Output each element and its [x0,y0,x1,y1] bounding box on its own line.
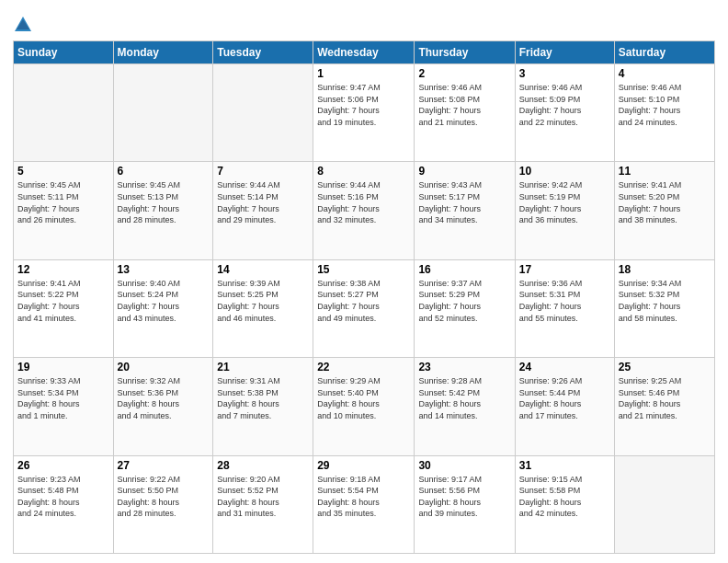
calendar-cell: 14Sunrise: 9:39 AM Sunset: 5:25 PM Dayli… [213,259,313,357]
day-info: Sunrise: 9:39 AM Sunset: 5:25 PM Dayligh… [217,278,309,324]
calendar-table: SundayMondayTuesdayWednesdayThursdayFrid… [13,40,715,554]
day-info: Sunrise: 9:17 AM Sunset: 5:56 PM Dayligh… [418,474,510,520]
calendar-cell [213,64,313,162]
calendar-cell [14,64,114,162]
day-info: Sunrise: 9:46 AM Sunset: 5:10 PM Dayligh… [619,82,711,128]
day-number: 14 [217,263,309,276]
day-info: Sunrise: 9:18 AM Sunset: 5:54 PM Dayligh… [317,474,410,520]
weekday-header-sunday: Sunday [14,41,114,64]
day-info: Sunrise: 9:41 AM Sunset: 5:22 PM Dayligh… [17,278,109,324]
calendar-cell: 21Sunrise: 9:31 AM Sunset: 5:38 PM Dayli… [213,358,313,455]
day-number: 3 [519,67,610,80]
calendar-cell: 11Sunrise: 9:41 AM Sunset: 5:20 PM Dayli… [614,162,714,259]
day-number: 15 [317,263,410,276]
day-info: Sunrise: 9:46 AM Sunset: 5:08 PM Dayligh… [418,82,510,128]
day-info: Sunrise: 9:44 AM Sunset: 5:16 PM Dayligh… [317,179,410,225]
day-info: Sunrise: 9:45 AM Sunset: 5:11 PM Dayligh… [17,179,109,225]
day-number: 8 [317,165,410,178]
calendar-cell: 8Sunrise: 9:44 AM Sunset: 5:16 PM Daylig… [313,162,415,259]
week-row-4: 19Sunrise: 9:33 AM Sunset: 5:34 PM Dayli… [14,358,715,455]
week-row-3: 12Sunrise: 9:41 AM Sunset: 5:22 PM Dayli… [14,259,715,357]
day-number: 31 [519,459,610,472]
page: SundayMondayTuesdayWednesdayThursdayFrid… [0,0,728,563]
day-number: 9 [418,165,510,178]
day-number: 29 [317,459,410,472]
day-number: 23 [418,361,510,373]
calendar-cell: 19Sunrise: 9:33 AM Sunset: 5:34 PM Dayli… [14,358,114,455]
week-row-2: 5Sunrise: 9:45 AM Sunset: 5:11 PM Daylig… [14,162,715,259]
calendar-cell: 31Sunrise: 9:15 AM Sunset: 5:58 PM Dayli… [515,455,614,553]
day-info: Sunrise: 9:41 AM Sunset: 5:20 PM Dayligh… [619,179,711,225]
day-info: Sunrise: 9:29 AM Sunset: 5:40 PM Dayligh… [317,375,410,421]
day-info: Sunrise: 9:44 AM Sunset: 5:14 PM Dayligh… [217,179,309,225]
weekday-header-tuesday: Tuesday [213,41,313,64]
calendar-cell: 24Sunrise: 9:26 AM Sunset: 5:44 PM Dayli… [515,358,614,455]
calendar-cell: 2Sunrise: 9:46 AM Sunset: 5:08 PM Daylig… [415,64,515,162]
day-number: 28 [217,459,309,472]
calendar-cell: 27Sunrise: 9:22 AM Sunset: 5:50 PM Dayli… [113,455,213,553]
day-info: Sunrise: 9:26 AM Sunset: 5:44 PM Dayligh… [519,375,610,421]
day-number: 11 [619,165,711,178]
day-number: 26 [17,459,109,472]
calendar-cell [614,455,714,553]
logo [13,13,37,35]
day-number: 13 [118,263,210,276]
day-info: Sunrise: 9:20 AM Sunset: 5:52 PM Dayligh… [217,474,309,520]
day-info: Sunrise: 9:28 AM Sunset: 5:42 PM Dayligh… [418,375,510,421]
svg-marker-1 [17,19,29,29]
calendar-cell: 17Sunrise: 9:36 AM Sunset: 5:31 PM Dayli… [515,259,614,357]
day-number: 21 [217,361,309,373]
day-info: Sunrise: 9:45 AM Sunset: 5:13 PM Dayligh… [118,179,210,225]
day-info: Sunrise: 9:38 AM Sunset: 5:27 PM Dayligh… [317,278,410,324]
day-info: Sunrise: 9:40 AM Sunset: 5:24 PM Dayligh… [118,278,210,324]
calendar-cell [113,64,213,162]
day-info: Sunrise: 9:36 AM Sunset: 5:31 PM Dayligh… [519,278,610,324]
logo-icon [13,15,33,35]
day-number: 27 [118,459,210,472]
day-info: Sunrise: 9:43 AM Sunset: 5:17 PM Dayligh… [418,179,510,225]
calendar-cell: 25Sunrise: 9:25 AM Sunset: 5:46 PM Dayli… [614,358,714,455]
weekday-header-wednesday: Wednesday [313,41,415,64]
day-number: 20 [118,361,210,373]
day-info: Sunrise: 9:15 AM Sunset: 5:58 PM Dayligh… [519,474,610,520]
day-number: 19 [17,361,109,373]
day-number: 30 [418,459,510,472]
day-info: Sunrise: 9:46 AM Sunset: 5:09 PM Dayligh… [519,82,610,128]
calendar-cell: 30Sunrise: 9:17 AM Sunset: 5:56 PM Dayli… [415,455,515,553]
calendar-cell: 10Sunrise: 9:42 AM Sunset: 5:19 PM Dayli… [515,162,614,259]
day-info: Sunrise: 9:34 AM Sunset: 5:32 PM Dayligh… [619,278,711,324]
calendar-cell: 1Sunrise: 9:47 AM Sunset: 5:06 PM Daylig… [313,64,415,162]
calendar-cell: 3Sunrise: 9:46 AM Sunset: 5:09 PM Daylig… [515,64,614,162]
weekday-header-monday: Monday [113,41,213,64]
weekday-header-thursday: Thursday [415,41,515,64]
calendar-cell: 6Sunrise: 9:45 AM Sunset: 5:13 PM Daylig… [113,162,213,259]
calendar-cell: 16Sunrise: 9:37 AM Sunset: 5:29 PM Dayli… [415,259,515,357]
calendar-cell: 23Sunrise: 9:28 AM Sunset: 5:42 PM Dayli… [415,358,515,455]
day-info: Sunrise: 9:47 AM Sunset: 5:06 PM Dayligh… [317,82,410,128]
calendar-cell: 29Sunrise: 9:18 AM Sunset: 5:54 PM Dayli… [313,455,415,553]
day-number: 24 [519,361,610,373]
calendar-cell: 7Sunrise: 9:44 AM Sunset: 5:14 PM Daylig… [213,162,313,259]
day-number: 17 [519,263,610,276]
day-info: Sunrise: 9:23 AM Sunset: 5:48 PM Dayligh… [17,474,109,520]
day-number: 25 [619,361,711,373]
calendar-cell: 5Sunrise: 9:45 AM Sunset: 5:11 PM Daylig… [14,162,114,259]
day-info: Sunrise: 9:33 AM Sunset: 5:34 PM Dayligh… [17,375,109,421]
calendar-cell: 22Sunrise: 9:29 AM Sunset: 5:40 PM Dayli… [313,358,415,455]
calendar-cell: 26Sunrise: 9:23 AM Sunset: 5:48 PM Dayli… [14,455,114,553]
calendar-cell: 20Sunrise: 9:32 AM Sunset: 5:36 PM Dayli… [113,358,213,455]
day-number: 22 [317,361,410,373]
day-info: Sunrise: 9:25 AM Sunset: 5:46 PM Dayligh… [619,375,711,421]
calendar-cell: 15Sunrise: 9:38 AM Sunset: 5:27 PM Dayli… [313,259,415,357]
day-info: Sunrise: 9:37 AM Sunset: 5:29 PM Dayligh… [418,278,510,324]
day-number: 10 [519,165,610,178]
calendar-cell: 4Sunrise: 9:46 AM Sunset: 5:10 PM Daylig… [614,64,714,162]
day-info: Sunrise: 9:31 AM Sunset: 5:38 PM Dayligh… [217,375,309,421]
week-row-1: 1Sunrise: 9:47 AM Sunset: 5:06 PM Daylig… [14,64,715,162]
weekday-header-friday: Friday [515,41,614,64]
day-info: Sunrise: 9:42 AM Sunset: 5:19 PM Dayligh… [519,179,610,225]
calendar-cell: 9Sunrise: 9:43 AM Sunset: 5:17 PM Daylig… [415,162,515,259]
day-number: 2 [418,67,510,80]
day-number: 4 [619,67,711,80]
week-row-5: 26Sunrise: 9:23 AM Sunset: 5:48 PM Dayli… [14,455,715,553]
